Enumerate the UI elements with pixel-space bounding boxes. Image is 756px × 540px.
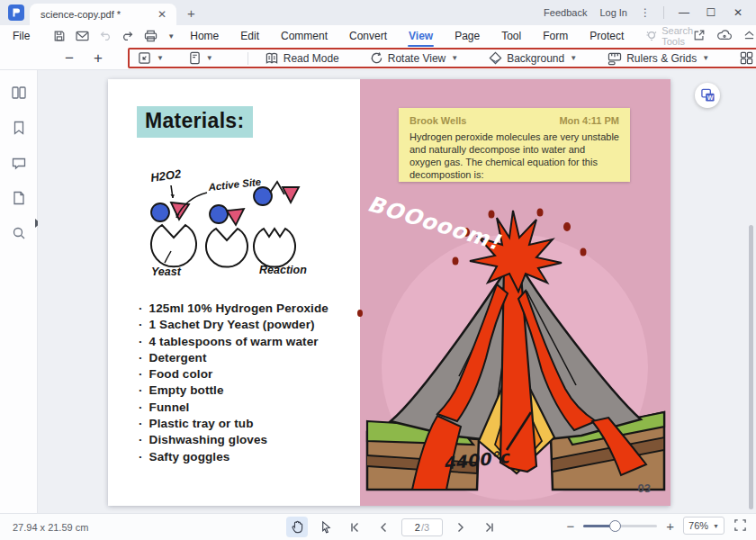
svg-text:W: W	[706, 94, 713, 101]
background-dropdown[interactable]: Background ▼	[489, 51, 577, 65]
customize-toolbar-caret-icon[interactable]: ▼	[167, 32, 175, 40]
zoom-slider-minus[interactable]: −	[566, 518, 574, 534]
save-icon[interactable]	[53, 30, 66, 42]
last-page-button[interactable]	[479, 517, 500, 537]
attachments-icon[interactable]	[11, 190, 27, 206]
document-canvas[interactable]: Materials:	[38, 70, 756, 513]
search-tools-label: Search Tools	[662, 25, 693, 47]
chevron-down-icon: ▼	[451, 54, 458, 62]
divider	[663, 6, 664, 19]
list-item: 4 tablespoons of warm water	[139, 334, 328, 350]
h2o2-label: H2O2	[149, 166, 182, 184]
fit-window-dropdown[interactable]: ▼	[138, 51, 164, 65]
zoom-level-select[interactable]: 76% ▼	[683, 517, 724, 535]
titlebar: science-copy.pdf * ✕ + Feedback Log In ⋮…	[0, 0, 756, 25]
list-item: Safty goggles	[139, 449, 328, 465]
annotation-highlight-box: ▼ ▼ Read Mode Rotate View ▼ Backg	[128, 48, 756, 68]
next-page-button[interactable]	[450, 517, 472, 537]
read-mode-button[interactable]: Read Mode	[265, 52, 339, 65]
fit-window-icon	[138, 51, 151, 65]
zoom-slider[interactable]	[583, 525, 657, 527]
fullscreen-icon[interactable]	[734, 518, 747, 534]
new-tab-button[interactable]: +	[187, 5, 195, 21]
menu-tool[interactable]: Tool	[500, 27, 522, 45]
collapse-toolbar-icon[interactable]	[743, 30, 755, 42]
email-icon[interactable]	[76, 31, 89, 41]
view-toolbar: − + ▼ ▼ Read Mode Rotate View ▼	[0, 47, 756, 70]
sticky-note-comment[interactable]: Brook Wells Mon 4:11 PM Hydrogen peroxid…	[399, 108, 630, 182]
hand-tool-button[interactable]	[286, 517, 308, 537]
comments-icon[interactable]	[11, 155, 27, 171]
document-tab[interactable]: science-copy.pdf * ✕	[30, 4, 176, 25]
note-timestamp: Mon 4:11 PM	[559, 115, 619, 126]
menu-form[interactable]: Form	[542, 27, 569, 45]
list-item: Dishwashing gloves	[139, 432, 328, 448]
print-icon[interactable]	[144, 30, 158, 42]
zoom-in-button[interactable]: +	[94, 50, 103, 66]
page-dimensions: 27.94 x 21.59 cm	[13, 522, 88, 533]
page-thumbnails-icon[interactable]	[11, 85, 27, 101]
bookmarks-icon[interactable]	[11, 120, 27, 136]
statusbar: 27.94 x 21.59 cm 2 /3	[0, 513, 756, 540]
search-tools[interactable]: Search Tools	[646, 25, 693, 47]
note-body: Hydrogen peroxide molecules are very uns…	[410, 130, 619, 181]
list-item: Funnel	[139, 400, 328, 416]
list-item: 1 Sachet Dry Yeast (powder)	[139, 317, 328, 333]
chevron-down-icon: ▼	[157, 54, 164, 62]
menu-view[interactable]: View	[408, 27, 434, 45]
pink-page-half: Brook Wells Mon 4:11 PM Hydrogen peroxid…	[360, 79, 670, 506]
first-page-button[interactable]	[344, 517, 365, 537]
menu-edit[interactable]: Edit	[239, 27, 260, 45]
volcano-illustration	[360, 205, 670, 506]
page-layout-icon	[189, 51, 201, 65]
zoom-slider-knob[interactable]	[609, 520, 621, 532]
rulers-grids-label: Rulers & Grids	[626, 52, 697, 65]
minimize-button[interactable]: —	[677, 6, 691, 19]
redo-icon[interactable]	[122, 31, 134, 41]
tile-dropdown[interactable]: Tile ▼	[740, 51, 756, 65]
select-tool-button[interactable]	[315, 517, 337, 537]
materials-list: 125ml 10% Hydrogen Peroxide 1 Sachet Dry…	[139, 301, 328, 465]
materials-title: Materials:	[137, 106, 253, 138]
zoom-level-value: 76%	[688, 520, 708, 531]
rotate-icon	[370, 51, 383, 65]
list-item: Food color	[139, 366, 328, 382]
menu-file[interactable]: File	[13, 30, 30, 42]
menu-page[interactable]: Page	[454, 27, 481, 45]
undo-icon[interactable]	[99, 31, 112, 41]
book-icon	[265, 52, 279, 65]
page-number-input[interactable]: 2 /3	[401, 518, 443, 536]
vertical-scrollbar[interactable]	[749, 225, 753, 509]
rulers-grids-dropdown[interactable]: Rulers & Grids ▼	[608, 52, 709, 65]
list-item: Detergent	[139, 350, 328, 366]
share-icon[interactable]	[693, 29, 706, 44]
rotate-view-dropdown[interactable]: Rotate View ▼	[370, 51, 458, 65]
reaction-label: Reaction	[259, 264, 307, 276]
navigation-sidebar	[0, 70, 38, 513]
menu-protect[interactable]: Protect	[589, 27, 625, 45]
menu-home[interactable]: Home	[189, 27, 220, 45]
maximize-button[interactable]: ☐	[704, 6, 718, 19]
page-display-dropdown[interactable]: ▼	[189, 51, 213, 65]
pdf-page[interactable]: Materials:	[108, 79, 670, 506]
login-link[interactable]: Log In	[599, 7, 627, 18]
menu-comment[interactable]: Comment	[280, 27, 328, 45]
app-logo-icon[interactable]	[8, 4, 24, 21]
bulb-icon	[646, 31, 657, 42]
app-window: science-copy.pdf * ✕ + Feedback Log In ⋮…	[0, 0, 756, 540]
previous-page-button[interactable]	[373, 517, 394, 537]
background-icon	[489, 51, 502, 65]
background-label: Background	[507, 52, 564, 65]
feedback-link[interactable]: Feedback	[544, 7, 587, 18]
zoom-out-button[interactable]: −	[65, 50, 74, 66]
cloud-upload-icon[interactable]	[717, 30, 732, 43]
menu-convert[interactable]: Convert	[348, 27, 388, 45]
total-pages: /3	[421, 522, 429, 533]
search-icon[interactable]	[11, 225, 27, 241]
close-button[interactable]: ✕	[731, 6, 745, 19]
note-author: Brook Wells	[410, 115, 466, 126]
zoom-slider-plus[interactable]: +	[666, 518, 674, 534]
more-options-icon[interactable]: ⋮	[640, 6, 651, 19]
convert-to-word-button[interactable]: W	[695, 83, 720, 108]
tab-close-icon[interactable]: ✕	[155, 8, 169, 21]
